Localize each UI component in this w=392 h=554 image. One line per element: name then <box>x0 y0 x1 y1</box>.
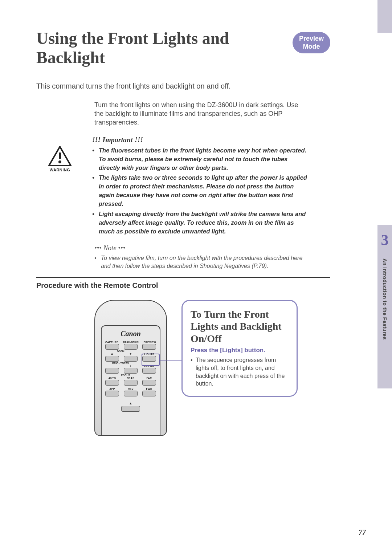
callout-body: The sequence progresses from lights off,… <box>191 356 289 387</box>
rev-button <box>124 391 138 396</box>
important-item: Light escaping directly from the backlig… <box>92 210 310 236</box>
zoom-w-button <box>105 356 119 362</box>
important-heading: !!! Important !!! <box>92 136 310 144</box>
warning-icon-column: WARNING <box>36 146 83 172</box>
leader-line <box>160 360 181 360</box>
zoom-t-button <box>124 356 138 362</box>
resolution-button <box>124 344 138 350</box>
callout-subtitle: Press the [Lights] button. <box>191 347 289 354</box>
remote-brand: Canon <box>105 330 156 338</box>
chapter-side-tab: 3 An Introduction to the Features <box>377 225 392 388</box>
note-item: To view negative film, turn on the backl… <box>94 254 312 270</box>
preview-mode-badge: Preview Mode <box>293 32 330 53</box>
brightness-plus-button <box>124 368 138 374</box>
procedure-heading: Procedure with the Remote Control <box>36 281 330 290</box>
focus-near-label: NEAR <box>124 377 138 379</box>
intro-line-1: This command turns the front lights and … <box>36 82 330 90</box>
rev-label: REV <box>124 388 138 390</box>
focus-far-label: FAR <box>142 377 156 379</box>
remote-label-resolution: RESOLUTION <box>123 341 139 343</box>
color-label: COLOR <box>142 365 156 367</box>
chapter-number: 3 <box>381 232 389 248</box>
brightness-minus-button <box>105 368 119 374</box>
lights-button <box>142 356 156 362</box>
remote-label-capture: CAPTURE <box>105 341 118 343</box>
note-list: To view negative film, turn on the backl… <box>94 254 312 270</box>
page-number: 77 <box>359 528 366 537</box>
focus-auto-button <box>105 380 119 386</box>
lights-label: LIGHTS <box>142 353 156 355</box>
intro-line-2: Turn the front lights on when using the … <box>94 101 309 127</box>
fwd-label: FWD <box>142 388 156 390</box>
color-button <box>142 368 156 374</box>
focus-near-button <box>124 380 138 386</box>
chapter-title: An Introduction to the Features <box>382 258 388 340</box>
warning-triangle-icon <box>48 146 72 166</box>
zoom-w-label: W <box>105 353 119 355</box>
callout-box: To Turn the Front Lights and Backlight O… <box>181 300 298 397</box>
brightness-plus-label: + <box>124 365 138 367</box>
preview-button <box>142 344 156 350</box>
remote-illustration: Canon CAPTURE RESOLUTION PREVIEW ZOOM <box>94 300 167 436</box>
section-divider <box>36 277 330 278</box>
brightness-minus-label: − <box>105 365 119 367</box>
warning-label: WARNING <box>50 168 70 172</box>
page-title: Using the Front Lights and Backlight <box>36 29 247 68</box>
important-item: The fluorescent tubes in the front light… <box>92 146 310 172</box>
callout-title: To Turn the Front Lights and Backlight O… <box>191 308 289 345</box>
focus-auto-label: AUTO <box>105 377 119 379</box>
brightness-group-label: BRIGHTNESS <box>111 362 130 364</box>
important-list: The fluorescent tubes in the front light… <box>92 146 310 236</box>
zoom-group-label: ZOOM <box>115 350 126 353</box>
up-arrow-icon: ▲ <box>129 402 132 405</box>
important-item: The lights take two or three seconds to … <box>92 174 310 208</box>
app-label: APP <box>105 388 119 390</box>
top-corner-tab <box>377 0 392 33</box>
fwd-button <box>142 391 156 396</box>
focus-group-label: FOCUS <box>120 374 132 376</box>
svg-rect-1 <box>59 152 61 159</box>
zoom-t-label: T <box>124 353 138 355</box>
remote-label-preview: PREVIEW <box>144 341 156 343</box>
app-button <box>105 391 119 396</box>
note-heading: ••• Note ••• <box>94 244 312 252</box>
capture-button <box>105 344 119 350</box>
svg-point-2 <box>58 160 61 163</box>
focus-far-button <box>142 380 156 386</box>
up-button <box>121 406 140 412</box>
